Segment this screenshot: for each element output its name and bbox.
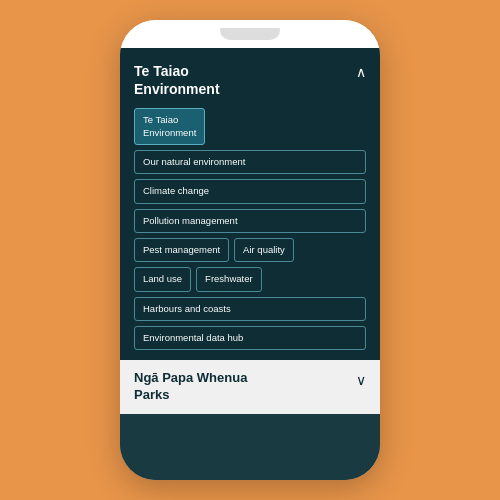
content-spacer [120, 414, 380, 480]
phone-notch [220, 28, 280, 40]
phone-content: Te Taiao Environment ∧ Te TaiaoEnvironme… [120, 48, 380, 480]
menu-item-climate-change[interactable]: Climate change [134, 179, 366, 203]
menu-items-te-taiao: Te TaiaoEnvironment Our natural environm… [134, 108, 366, 350]
menu-item-freshwater[interactable]: Freshwater [196, 267, 262, 291]
menu-row-6: Harbours and coasts [134, 297, 366, 321]
menu-item-pollution-management[interactable]: Pollution management [134, 209, 366, 233]
menu-row-2: Climate change [134, 179, 366, 203]
section-te-taiao: Te Taiao Environment ∧ Te TaiaoEnvironme… [120, 48, 380, 360]
menu-item-env-data-hub[interactable]: Environmental data hub [134, 326, 366, 350]
menu-row-4: Pest management Air quality [134, 238, 366, 262]
phone-shell: Te Taiao Environment ∧ Te TaiaoEnvironme… [120, 20, 380, 480]
menu-item-land-use[interactable]: Land use [134, 267, 191, 291]
menu-item-te-taiao-env[interactable]: Te TaiaoEnvironment [134, 108, 205, 145]
menu-row-1: Our natural environment [134, 150, 366, 174]
menu-item-our-natural-env[interactable]: Our natural environment [134, 150, 366, 174]
chevron-up-icon[interactable]: ∧ [356, 64, 366, 80]
chevron-down-icon[interactable]: ∨ [356, 372, 366, 388]
menu-row-3: Pollution management [134, 209, 366, 233]
menu-item-air-quality[interactable]: Air quality [234, 238, 294, 262]
menu-row-7: Environmental data hub [134, 326, 366, 350]
section-parks[interactable]: Ngā Papa Whenua Parks ∨ [120, 360, 380, 414]
phone-top-bar [120, 20, 380, 48]
menu-item-harbours-coasts[interactable]: Harbours and coasts [134, 297, 366, 321]
menu-item-pest-management[interactable]: Pest management [134, 238, 229, 262]
section-title-te-taiao: Te Taiao Environment [134, 62, 220, 98]
section-header-te-taiao: Te Taiao Environment ∧ [134, 62, 366, 98]
menu-row-0: Te TaiaoEnvironment [134, 108, 366, 145]
menu-row-5: Land use Freshwater [134, 267, 366, 291]
section-title-parks: Ngā Papa Whenua Parks [134, 370, 247, 404]
